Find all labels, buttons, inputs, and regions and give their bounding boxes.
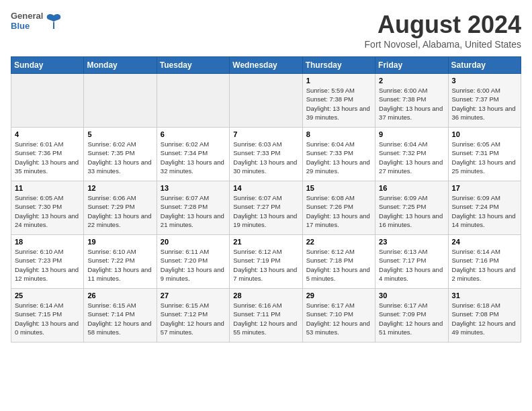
calendar-day-cell: 1Sunrise: 5:59 AMSunset: 7:38 PMDaylight… xyxy=(302,74,375,128)
weekday-header: Sunday xyxy=(11,57,84,74)
day-info: Sunrise: 6:10 AMSunset: 7:22 PMDaylight:… xyxy=(87,247,152,283)
day-number: 16 xyxy=(379,184,444,192)
calendar-table: SundayMondayTuesdayWednesdayThursdayFrid… xyxy=(11,56,521,342)
day-info: Sunrise: 6:16 AMSunset: 7:11 PMDaylight:… xyxy=(233,301,298,336)
calendar-day-cell: 20Sunrise: 6:11 AMSunset: 7:20 PMDayligh… xyxy=(157,235,229,289)
day-info: Sunrise: 6:13 AMSunset: 7:17 PMDaylight:… xyxy=(379,247,444,283)
day-number: 9 xyxy=(379,130,444,138)
calendar-day-cell: 17Sunrise: 6:09 AMSunset: 7:24 PMDayligh… xyxy=(448,181,521,235)
calendar-day-cell: 4Sunrise: 6:01 AMSunset: 7:36 PMDaylight… xyxy=(11,128,84,181)
weekday-header: Friday xyxy=(375,57,448,74)
day-info: Sunrise: 6:05 AMSunset: 7:31 PMDaylight:… xyxy=(452,140,517,175)
calendar-day-cell: 9Sunrise: 6:04 AMSunset: 7:32 PMDaylight… xyxy=(375,128,448,181)
day-info: Sunrise: 6:12 AMSunset: 7:18 PMDaylight:… xyxy=(306,247,371,283)
calendar-day-cell xyxy=(84,74,157,128)
day-info: Sunrise: 6:14 AMSunset: 7:16 PMDaylight:… xyxy=(452,247,517,283)
day-info: Sunrise: 6:02 AMSunset: 7:35 PMDaylight:… xyxy=(87,140,152,175)
day-number: 29 xyxy=(306,291,371,300)
calendar-day-cell: 27Sunrise: 6:15 AMSunset: 7:12 PMDayligh… xyxy=(157,289,229,342)
day-number: 3 xyxy=(452,77,517,85)
page-header: General Blue August 2024 Fort Novosel, A… xyxy=(11,11,521,50)
day-info: Sunrise: 6:15 AMSunset: 7:12 PMDaylight:… xyxy=(161,301,226,336)
day-number: 28 xyxy=(233,291,298,300)
calendar-day-cell: 21Sunrise: 6:12 AMSunset: 7:19 PMDayligh… xyxy=(230,235,302,289)
day-number: 19 xyxy=(87,238,152,246)
day-number: 17 xyxy=(452,184,517,192)
weekday-header: Thursday xyxy=(302,57,375,74)
calendar-day-cell xyxy=(157,74,229,128)
calendar-day-cell: 29Sunrise: 6:17 AMSunset: 7:10 PMDayligh… xyxy=(302,289,375,342)
day-number: 4 xyxy=(15,130,80,138)
calendar-day-cell: 16Sunrise: 6:09 AMSunset: 7:25 PMDayligh… xyxy=(375,181,448,235)
day-info: Sunrise: 6:08 AMSunset: 7:26 PMDaylight:… xyxy=(306,193,371,229)
day-number: 31 xyxy=(452,291,517,300)
day-info: Sunrise: 6:09 AMSunset: 7:25 PMDaylight:… xyxy=(379,193,444,229)
day-info: Sunrise: 6:10 AMSunset: 7:23 PMDaylight:… xyxy=(15,247,80,283)
day-number: 25 xyxy=(15,291,80,300)
logo-line1: General xyxy=(11,11,43,21)
calendar-day-cell: 12Sunrise: 6:06 AMSunset: 7:29 PMDayligh… xyxy=(84,181,157,235)
day-number: 2 xyxy=(379,77,444,85)
day-number: 21 xyxy=(233,238,298,246)
day-info: Sunrise: 6:03 AMSunset: 7:33 PMDaylight:… xyxy=(233,140,298,175)
day-info: Sunrise: 6:06 AMSunset: 7:29 PMDaylight:… xyxy=(87,193,152,229)
calendar-day-cell: 5Sunrise: 6:02 AMSunset: 7:35 PMDaylight… xyxy=(84,128,157,181)
location: Fort Novosel, Alabama, United States xyxy=(365,39,521,50)
calendar-day-cell: 28Sunrise: 6:16 AMSunset: 7:11 PMDayligh… xyxy=(230,289,302,342)
day-info: Sunrise: 6:07 AMSunset: 7:28 PMDaylight:… xyxy=(161,193,226,229)
calendar-day-cell: 31Sunrise: 6:18 AMSunset: 7:08 PMDayligh… xyxy=(448,289,521,342)
day-number: 12 xyxy=(87,184,152,192)
day-info: Sunrise: 6:05 AMSunset: 7:30 PMDaylight:… xyxy=(15,193,80,229)
day-number: 13 xyxy=(161,184,226,192)
calendar-day-cell: 19Sunrise: 6:10 AMSunset: 7:22 PMDayligh… xyxy=(84,235,157,289)
day-info: Sunrise: 6:04 AMSunset: 7:32 PMDaylight:… xyxy=(379,140,444,175)
calendar-day-cell: 30Sunrise: 6:17 AMSunset: 7:09 PMDayligh… xyxy=(375,289,448,342)
calendar-week-row: 1Sunrise: 5:59 AMSunset: 7:38 PMDaylight… xyxy=(11,74,521,128)
title-area: August 2024 Fort Novosel, Alabama, Unite… xyxy=(365,11,521,50)
calendar-week-row: 4Sunrise: 6:01 AMSunset: 7:36 PMDaylight… xyxy=(11,128,521,181)
calendar-day-cell: 22Sunrise: 6:12 AMSunset: 7:18 PMDayligh… xyxy=(302,235,375,289)
calendar-day-cell: 2Sunrise: 6:00 AMSunset: 7:38 PMDaylight… xyxy=(375,74,448,128)
day-number: 30 xyxy=(379,291,444,300)
calendar-day-cell: 7Sunrise: 6:03 AMSunset: 7:33 PMDaylight… xyxy=(230,128,302,181)
day-number: 11 xyxy=(15,184,80,192)
day-number: 23 xyxy=(379,238,444,246)
day-number: 8 xyxy=(306,130,371,138)
day-number: 18 xyxy=(15,238,80,246)
day-info: Sunrise: 5:59 AMSunset: 7:38 PMDaylight:… xyxy=(306,86,371,122)
calendar-day-cell xyxy=(230,74,302,128)
day-info: Sunrise: 6:07 AMSunset: 7:27 PMDaylight:… xyxy=(233,193,298,229)
weekday-header: Monday xyxy=(84,57,157,74)
calendar-day-cell xyxy=(11,74,84,128)
day-info: Sunrise: 6:15 AMSunset: 7:14 PMDaylight:… xyxy=(87,301,152,336)
calendar-week-row: 18Sunrise: 6:10 AMSunset: 7:23 PMDayligh… xyxy=(11,235,521,289)
day-number: 24 xyxy=(452,238,517,246)
day-number: 22 xyxy=(306,238,371,246)
calendar-day-cell: 14Sunrise: 6:07 AMSunset: 7:27 PMDayligh… xyxy=(230,181,302,235)
day-info: Sunrise: 6:14 AMSunset: 7:15 PMDaylight:… xyxy=(15,301,80,336)
month-title: August 2024 xyxy=(365,11,521,39)
calendar-day-cell: 26Sunrise: 6:15 AMSunset: 7:14 PMDayligh… xyxy=(84,289,157,342)
day-info: Sunrise: 6:00 AMSunset: 7:37 PMDaylight:… xyxy=(452,86,517,122)
calendar-day-cell: 18Sunrise: 6:10 AMSunset: 7:23 PMDayligh… xyxy=(11,235,84,289)
calendar-day-cell: 15Sunrise: 6:08 AMSunset: 7:26 PMDayligh… xyxy=(302,181,375,235)
day-info: Sunrise: 6:17 AMSunset: 7:10 PMDaylight:… xyxy=(306,301,371,336)
day-info: Sunrise: 6:00 AMSunset: 7:38 PMDaylight:… xyxy=(379,86,444,122)
calendar-day-cell: 8Sunrise: 6:04 AMSunset: 7:33 PMDaylight… xyxy=(302,128,375,181)
day-info: Sunrise: 6:01 AMSunset: 7:36 PMDaylight:… xyxy=(15,140,80,175)
logo: General Blue xyxy=(11,11,63,31)
day-info: Sunrise: 6:09 AMSunset: 7:24 PMDaylight:… xyxy=(452,193,517,229)
calendar-day-cell: 11Sunrise: 6:05 AMSunset: 7:30 PMDayligh… xyxy=(11,181,84,235)
calendar-week-row: 25Sunrise: 6:14 AMSunset: 7:15 PMDayligh… xyxy=(11,289,521,342)
logo-text: General Blue xyxy=(11,11,43,31)
day-info: Sunrise: 6:11 AMSunset: 7:20 PMDaylight:… xyxy=(161,247,226,283)
logo-bird-icon xyxy=(44,11,63,30)
logo-line2: Blue xyxy=(11,21,43,31)
day-info: Sunrise: 6:18 AMSunset: 7:08 PMDaylight:… xyxy=(452,301,517,336)
day-number: 27 xyxy=(161,291,226,300)
weekday-header: Wednesday xyxy=(230,57,302,74)
day-number: 14 xyxy=(233,184,298,192)
day-info: Sunrise: 6:04 AMSunset: 7:33 PMDaylight:… xyxy=(306,140,371,175)
calendar-day-cell: 6Sunrise: 6:02 AMSunset: 7:34 PMDaylight… xyxy=(157,128,229,181)
calendar-day-cell: 25Sunrise: 6:14 AMSunset: 7:15 PMDayligh… xyxy=(11,289,84,342)
